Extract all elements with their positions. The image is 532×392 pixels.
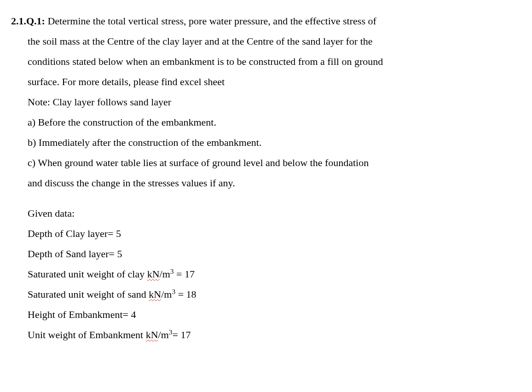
question-body: the soil mass at the Centre of the clay … bbox=[11, 31, 521, 345]
sat-sand-unit-kn: kN bbox=[149, 288, 161, 300]
given-sand-depth: Depth of Sand layer= 5 bbox=[28, 244, 521, 264]
emb-height-label: Height of Embankment= bbox=[28, 309, 131, 320]
clay-depth-value: 5 bbox=[116, 228, 121, 239]
question-text-2: the soil mass at the Centre of the clay … bbox=[28, 31, 521, 52]
question-label: 2.1.Q.1: bbox=[11, 15, 45, 27]
question-intro-line-1: 2.1.Q.1: Determine the total vertical st… bbox=[11, 11, 521, 31]
question-part-c-line-2: and discuss the change in the stresses v… bbox=[28, 173, 521, 193]
given-emb-height: Height of Embankment= 4 bbox=[28, 305, 521, 325]
question-part-c-line-1: c) When ground water table lies at surfa… bbox=[28, 153, 521, 173]
clay-depth-label: Depth of Clay layer= bbox=[28, 228, 116, 239]
given-clay-depth: Depth of Clay layer= 5 bbox=[28, 224, 521, 244]
question-part-a: a) Before the construction of the embank… bbox=[28, 112, 521, 133]
document-page: 2.1.Q.1: Determine the total vertical st… bbox=[11, 11, 521, 345]
question-text-4: surface. For more details, please find e… bbox=[28, 72, 521, 92]
question-text-1: Determine the total vertical stress, por… bbox=[47, 15, 376, 27]
sat-sand-unit-m: /m bbox=[161, 288, 172, 300]
emb-height-value: 4 bbox=[131, 309, 136, 320]
sat-sand-eq: = bbox=[175, 288, 186, 300]
given-sat-clay: Saturated unit weight of clay kN/m3 = 17 bbox=[28, 264, 521, 284]
sat-sand-value: 18 bbox=[186, 288, 197, 300]
given-emb-unit-weight: Unit weight of Embankment kN/m3= 17 bbox=[28, 325, 521, 345]
sand-depth-value: 5 bbox=[117, 248, 122, 259]
sat-clay-prefix: Saturated unit weight of clay bbox=[28, 268, 147, 280]
emb-unit-m: /m bbox=[158, 329, 169, 340]
given-sat-sand: Saturated unit weight of sand kN/m3 = 18 bbox=[28, 284, 521, 305]
given-data-header: Given data: bbox=[28, 203, 521, 224]
sand-depth-label: Depth of Sand layer= bbox=[28, 248, 117, 259]
emb-unit-kn: kN bbox=[146, 329, 158, 340]
question-note: Note: Clay layer follows sand layer bbox=[28, 92, 521, 112]
sat-clay-unit-kn: kN bbox=[147, 268, 160, 280]
paragraph-spacer bbox=[28, 193, 521, 203]
emb-unit-prefix: Unit weight of Embankment bbox=[28, 329, 146, 340]
sat-clay-eq: = bbox=[173, 268, 184, 280]
question-text-3: conditions stated below when an embankme… bbox=[28, 52, 521, 72]
emb-unit-eq: = bbox=[172, 329, 180, 340]
sat-clay-unit-m: /m bbox=[160, 268, 170, 280]
sat-clay-value: 17 bbox=[185, 268, 195, 280]
question-part-b: b) Immediately after the construction of… bbox=[28, 133, 521, 153]
emb-unit-value: 17 bbox=[180, 329, 191, 340]
sat-sand-prefix: Saturated unit weight of sand bbox=[28, 288, 149, 300]
